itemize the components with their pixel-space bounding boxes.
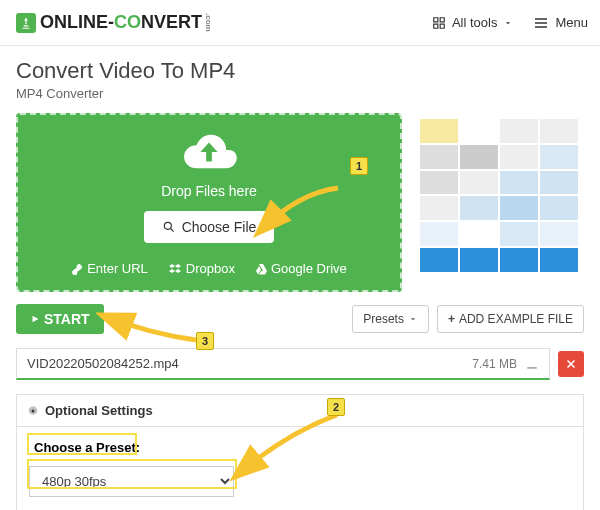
dropzone[interactable]: Drop Files here Choose File Enter URL Dr… <box>16 113 402 292</box>
dropbox-icon <box>168 263 182 275</box>
annotation-1: 1 <box>350 157 368 175</box>
file-size: 7.41 MB <box>472 357 517 371</box>
add-example-button[interactable]: + ADD EXAMPLE FILE <box>437 305 584 333</box>
topbar: ONLINE-CONVERT .com All tools Menu <box>0 0 600 46</box>
logo[interactable]: ONLINE-CONVERT .com <box>16 12 213 33</box>
choose-file-button[interactable]: Choose File <box>144 211 275 243</box>
page-subtitle: MP4 Converter <box>16 86 584 101</box>
hamburger-icon <box>533 15 549 31</box>
brand-text: ONLINE-CONVERT <box>40 12 202 33</box>
svg-point-0 <box>164 222 171 229</box>
file-item: VID20220502084252.mp4 7.41 MB <box>16 348 550 380</box>
presets-label: Presets <box>363 312 404 326</box>
choose-file-label: Choose File <box>182 219 257 235</box>
file-name: VID20220502084252.mp4 <box>27 356 472 371</box>
preset-select[interactable]: 480p 30fps <box>29 466 234 497</box>
all-tools-label: All tools <box>452 15 498 30</box>
preset-label: Choose a Preset: <box>29 437 145 458</box>
ad-placeholder <box>414 113 584 278</box>
enter-url-button[interactable]: Enter URL <box>71 261 148 276</box>
arrow-3 <box>96 302 206 347</box>
brand-suffix: .com <box>204 13 213 32</box>
download-icon[interactable] <box>525 357 539 371</box>
menu-button[interactable]: Menu <box>533 15 588 31</box>
drop-text: Drop Files here <box>28 183 390 199</box>
play-icon <box>30 314 40 324</box>
gear-icon <box>27 405 39 417</box>
start-label: START <box>44 311 90 327</box>
menu-label: Menu <box>555 15 588 30</box>
start-button[interactable]: START <box>16 304 104 334</box>
settings-header[interactable]: Optional Settings <box>17 395 583 427</box>
grid-icon <box>432 16 446 30</box>
presets-button[interactable]: Presets <box>352 305 429 333</box>
chevron-down-icon <box>503 18 513 28</box>
google-drive-button[interactable]: Google Drive <box>255 261 347 276</box>
logo-icon <box>16 13 36 33</box>
link-icon <box>71 263 83 275</box>
settings-header-label: Optional Settings <box>45 403 153 418</box>
cloud-upload-icon <box>178 129 240 175</box>
remove-file-button[interactable] <box>558 351 584 377</box>
dropbox-button[interactable]: Dropbox <box>168 261 235 276</box>
optional-settings: Optional Settings Choose a Preset: 480p … <box>16 394 584 510</box>
gdrive-icon <box>255 263 267 275</box>
chevron-down-icon <box>408 314 418 324</box>
top-nav: All tools Menu <box>432 15 588 31</box>
close-icon <box>565 358 577 370</box>
add-example-label: ADD EXAMPLE FILE <box>459 312 573 326</box>
alt-sources: Enter URL Dropbox Google Drive <box>28 261 390 276</box>
all-tools-button[interactable]: All tools <box>432 15 514 30</box>
page-title: Convert Video To MP4 <box>16 58 584 84</box>
search-icon <box>162 220 176 234</box>
